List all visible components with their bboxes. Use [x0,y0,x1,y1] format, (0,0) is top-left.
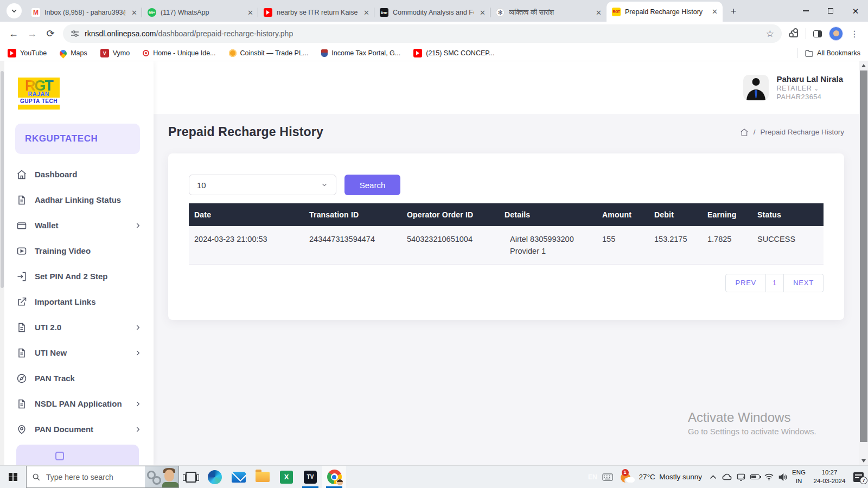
weather-widget[interactable]: 1 27°C Mostly sunny [621,471,702,484]
sidebar-item-uti-new[interactable]: UTI New [0,340,154,365]
tab-close-icon[interactable]: ✕ [362,8,371,17]
start-button[interactable] [0,466,26,488]
chevron-right-icon [134,400,142,408]
speaker-icon[interactable] [778,473,787,481]
taskbar-file-explorer[interactable] [251,466,275,488]
scroll-down-arrow[interactable] [861,459,866,463]
bookmark-home-unique[interactable]: Home - Unique Ide... [143,49,215,57]
taskbar-excel[interactable]: X [275,466,298,488]
left-scrollbar-thumb[interactable] [1,71,4,288]
side-panel-icon[interactable] [808,24,827,43]
tab-gmail[interactable]: M Inbox (8,958) - paharu393@ ✕ [26,3,142,22]
browser-menu-icon[interactable]: ⋮ [845,24,864,43]
pagination: PREV 1 NEXT [189,274,824,292]
sidebar-item-set-pin[interactable]: Set PIN And 2 Step [0,264,154,289]
tab-chatgpt[interactable]: ✻ व्यक्तित्व की सारांश ✕ [490,3,607,22]
sidebar-item-pan-track[interactable]: PAN Track [0,365,154,391]
pagination-page-1[interactable]: 1 [766,274,784,292]
taskbar-search-input[interactable] [46,473,127,481]
taskbar-mail[interactable] [227,466,251,488]
sidebar-item-pan-document[interactable]: PAN Document [0,416,154,442]
taskbar-search[interactable] [26,466,179,488]
page-scrollbar[interactable] [859,61,868,465]
bookmark-youtube[interactable]: YouTube [8,49,47,57]
tray-chevron-up-icon[interactable] [710,475,717,479]
taskbar-edge[interactable] [203,466,227,488]
window-close-button[interactable]: ✕ [843,0,868,22]
tab-close-icon[interactable]: ✕ [710,7,719,16]
sidebar-item-uti-20[interactable]: UTI 2.0 [0,314,154,340]
bookmark-vymo[interactable]: VVymo [100,49,130,57]
tab-label: Inbox (8,958) - paharu393@ [44,9,125,16]
forward-button[interactable]: → [23,24,41,43]
back-button[interactable]: ← [4,24,23,43]
taskbar-chrome[interactable] [322,466,346,488]
video-icon [16,246,27,256]
keyboard-icon[interactable] [602,473,613,481]
reload-button[interactable]: ⟳ [41,24,60,43]
sidebar-item-nsdl-pan-application[interactable]: NSDL PAN Application [0,391,154,416]
sidebar: RGT RAJAN GUPTA TECH RKGUPTATECH Dashboa… [0,61,154,465]
language-indicator[interactable]: ENGIN [792,468,806,485]
bookmark-maps[interactable]: Maps [60,49,87,57]
user-menu[interactable]: Paharu Lal Nirala RETAILER ⌄ PAHAR23654 [743,74,843,101]
sidebar-item-training-video[interactable]: Training Video [0,238,154,264]
mail-icon [232,472,246,483]
left-scrollbar[interactable] [0,61,4,465]
wireless-display-icon[interactable] [737,473,745,481]
tab-whatsapp[interactable]: 99+ (117) WhatsApp ✕ [142,3,258,22]
wifi-icon[interactable] [764,473,774,480]
window-minimize-button[interactable] [793,0,818,22]
tab-close-icon[interactable]: ✕ [478,8,487,17]
bookmark-coinsbit[interactable]: Coinsbit — Trade PL... [229,49,309,57]
site-logo[interactable]: RGT RAJAN GUPTA TECH [18,78,60,110]
tab-search-button[interactable] [7,3,22,18]
rgt-favicon: RGT [612,8,621,16]
all-bookmarks-button[interactable]: All Bookmarks [797,48,860,58]
taskbar-tradingview[interactable]: TV [298,466,322,488]
home-icon[interactable] [740,128,749,137]
task-view-button[interactable] [179,466,203,488]
onedrive-cloud-icon[interactable] [722,473,732,480]
sidebar-item-aadhar-linking-status[interactable]: Aadhar Linking Status [0,187,154,213]
vymo-icon: V [100,49,109,57]
pagination-prev-button[interactable]: PREV [725,274,766,292]
tab-close-icon[interactable]: ✕ [246,8,255,17]
window-maximize-button[interactable] [818,0,843,22]
tab-close-icon[interactable]: ✕ [130,8,139,17]
site-settings-icon[interactable] [71,29,79,38]
sidebar-item-important-links[interactable]: Important Links [0,289,154,314]
tradingview-icon: TV [304,471,317,484]
pagination-next-button[interactable]: NEXT [784,274,824,292]
bookmark-smc[interactable]: (215) SMC CONCEP... [413,49,494,57]
notification-center-icon[interactable]: 7 [853,472,864,482]
file-text-icon [16,348,27,358]
clock[interactable]: 10:2724-03-2024 [810,468,848,485]
battery-icon[interactable] [750,474,760,479]
tab-investing[interactable]: Inv Commodity Analysis and Fo ✕ [374,3,490,22]
page-title: Prepaid Recharge History [168,125,323,139]
sidebar-item-wallet[interactable]: Wallet [0,213,154,238]
scrollbar-thumb[interactable] [860,70,867,442]
sidebar-item-dashboard[interactable]: Dashboard [0,162,154,187]
bookmark-income-tax[interactable]: Income Tax Portal, G... [321,49,400,57]
scroll-up-arrow[interactable] [861,64,866,67]
profile-avatar[interactable] [827,24,845,43]
search-highlight-image[interactable] [145,466,178,487]
page-size-select[interactable]: 10 [189,175,336,195]
tab-youtube[interactable]: nearby se ITR return Kaise b ✕ [258,3,374,22]
sidebar-item-active-partial[interactable] [16,445,139,465]
search-button[interactable]: Search [344,175,400,195]
tab-close-icon[interactable]: ✕ [594,8,603,17]
bookmark-star-icon[interactable]: ☆ [766,28,774,40]
history-card: 10 Search Date Transation ID Operator Or… [168,153,844,320]
map-pin-icon [16,424,27,435]
user-role[interactable]: RETAILER ⌄ [776,85,843,92]
tab-prepaid-recharge-history[interactable]: RGT Prepaid Recharge History ✕ [607,2,723,22]
address-bar[interactable]: rknsdl.onlinepsa.com/dashboard/prepaid-r… [63,24,782,43]
chevron-down-icon [321,181,328,189]
windows-logo-icon [9,473,17,481]
extensions-icon[interactable] [785,24,803,43]
whatsapp-icon: 99+ [148,8,156,17]
new-tab-button[interactable]: + [726,4,741,19]
